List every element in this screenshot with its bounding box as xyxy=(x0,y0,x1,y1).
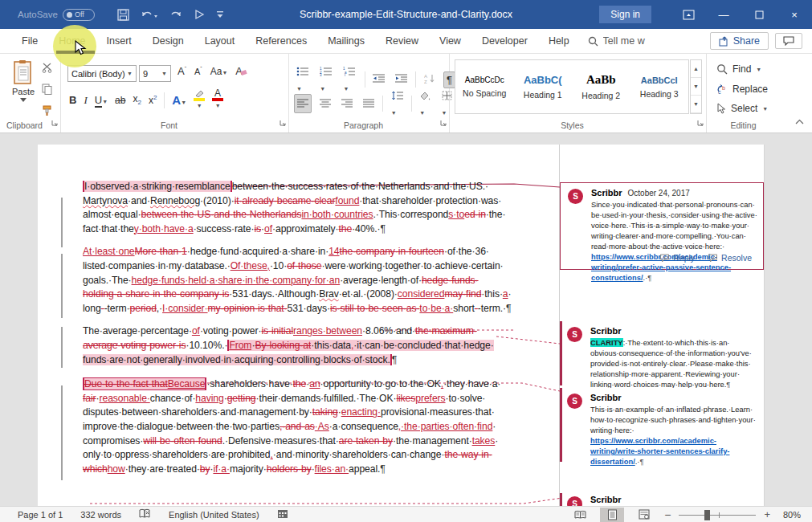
avatar: S xyxy=(567,496,582,506)
paste-button[interactable]: Paste xyxy=(6,59,40,117)
share-button[interactable]: Share xyxy=(710,32,769,50)
resolve-button[interactable]: Resolve xyxy=(708,253,752,263)
font-dialog-launcher[interactable] xyxy=(280,115,286,129)
comments-button[interactable] xyxy=(775,33,802,49)
bold-button[interactable]: B xyxy=(69,94,76,106)
tell-me-box[interactable]: Tell me w xyxy=(588,35,650,47)
font-name-combo[interactable]: Calibri (Body)▼ xyxy=(67,65,137,82)
collapse-ribbon-button[interactable] xyxy=(795,113,804,128)
tab-developer[interactable]: Developer xyxy=(471,29,538,54)
underline-button[interactable]: U▼ xyxy=(95,94,108,106)
grow-font-button[interactable]: Aˆ xyxy=(177,65,186,77)
maximize-button[interactable] xyxy=(741,0,777,29)
superscript-button[interactable]: x2 xyxy=(149,94,157,106)
macro-record-icon[interactable] xyxy=(277,509,288,520)
comment-card-2[interactable]: S Scribbr CLARITY:·​The·​extent·​to·​whi… xyxy=(560,321,764,385)
styles-dialog-launcher[interactable] xyxy=(697,115,704,129)
tab-insert[interactable]: Insert xyxy=(96,29,142,54)
clear-formatting-button[interactable]: A xyxy=(235,65,247,77)
text-run: ·​the·​management·​ xyxy=(393,435,472,447)
language-indicator[interactable]: English (United States) xyxy=(169,510,259,520)
comment-card-1[interactable]: S ScribbrOctober 24, 2017 Since·​you·​in… xyxy=(560,182,764,270)
undo-button[interactable] xyxy=(141,9,158,20)
sign-in-button[interactable]: Sign in xyxy=(599,6,651,23)
tab-help[interactable]: Help xyxy=(538,29,580,54)
document-text[interactable]: I·​observed·​a·​striking·​resemblancebet… xyxy=(83,180,512,485)
text-highlight-button[interactable]: ▼ xyxy=(194,89,205,111)
align-left-button[interactable] xyxy=(294,94,312,113)
cut-button[interactable] xyxy=(42,62,54,76)
word-count[interactable]: 332 words xyxy=(80,510,121,520)
tab-file[interactable]: File xyxy=(11,29,48,54)
zoom-level[interactable]: 80% xyxy=(783,510,801,520)
zoom-out-button[interactable]: − xyxy=(664,508,671,521)
replace-button[interactable]: bc Replace xyxy=(716,84,768,95)
change-case-button[interactable]: Aa▼ xyxy=(210,66,228,77)
replace-label: Replace xyxy=(732,84,768,95)
minimize-button[interactable]: — xyxy=(706,0,741,29)
line-spacing-button[interactable]: ▼ xyxy=(389,88,406,120)
text-run: 531·​days·​ xyxy=(288,303,330,314)
increase-indent-button[interactable] xyxy=(393,71,410,88)
subscript-button[interactable]: x2 xyxy=(133,93,141,106)
text-effects-button[interactable]: A▼ xyxy=(172,93,186,107)
decrease-indent-button[interactable] xyxy=(370,71,387,88)
tab-view[interactable]: View xyxy=(429,29,471,54)
comment-author: Scribbr xyxy=(590,495,622,504)
comment-card-4[interactable]: S Scribbr CLARITY xyxy=(560,493,764,506)
page-indicator[interactable]: Page 1 of 1 xyxy=(18,510,63,520)
paragraph-3: The·​average·​percentage·​of·​voting·​po… xyxy=(83,324,512,367)
zoom-slider[interactable] xyxy=(679,508,756,522)
qat-play-button[interactable] xyxy=(194,9,205,20)
font-color-button[interactable]: A▼ xyxy=(212,90,223,111)
tab-mailings[interactable]: Mailings xyxy=(317,29,375,54)
web-layout-button[interactable] xyxy=(632,508,656,522)
tab-home[interactable]: Home xyxy=(48,29,96,54)
close-button[interactable]: × xyxy=(777,0,812,29)
comment-card-3[interactable]: S Scribbr This·​is·​an·​example·​of·​an·… xyxy=(560,388,764,462)
zoom-in-button[interactable]: + xyxy=(764,508,770,520)
save-button[interactable] xyxy=(117,9,129,21)
reply-button[interactable]: Reply xyxy=(659,253,695,263)
customize-qat-button[interactable] xyxy=(216,10,224,19)
ribbon-display-options-button[interactable] xyxy=(671,0,706,29)
shading-button[interactable]: ▼ xyxy=(417,88,433,120)
inserted-text: a xyxy=(503,288,508,300)
comment-link[interactable]: https://www.scribbr.com/academic-writing… xyxy=(590,436,729,466)
style-heading-2[interactable]: AaBbHeading 2 xyxy=(572,60,630,113)
zoom-slider-thumb[interactable] xyxy=(704,510,710,520)
autosave-pill[interactable]: Off xyxy=(63,9,95,21)
find-button[interactable]: Find▼ xyxy=(716,63,761,75)
tab-layout[interactable]: Layout xyxy=(194,29,246,54)
proofing-status-icon[interactable] xyxy=(139,508,151,520)
chevron-down-icon xyxy=(20,98,27,102)
paragraph-dialog-launcher[interactable] xyxy=(440,115,447,129)
align-center-button[interactable] xyxy=(317,95,333,112)
style-heading-1[interactable]: AaBbC(Heading 1 xyxy=(514,60,573,113)
redo-button[interactable] xyxy=(169,9,182,20)
select-button[interactable]: Select▼ xyxy=(716,103,768,114)
align-right-button[interactable] xyxy=(339,95,355,112)
read-mode-button[interactable] xyxy=(568,508,592,522)
sort-button[interactable]: AZ xyxy=(422,71,438,88)
clipboard-dialog-launcher[interactable] xyxy=(51,115,58,129)
print-layout-button[interactable] xyxy=(600,508,624,522)
inserted-text: ranges·​between xyxy=(293,325,362,336)
text-run: ·​40%.·​ xyxy=(352,223,380,234)
italic-button[interactable]: I xyxy=(84,94,87,107)
shrink-font-button[interactable]: Aˇ xyxy=(194,66,202,76)
font-size-combo[interactable]: 9▼ xyxy=(139,65,171,82)
style-no-spacing[interactable]: AaBbCcDcNo Spacing xyxy=(455,60,514,113)
deleted-text: ,·​and·​as xyxy=(280,421,315,432)
justify-button[interactable] xyxy=(361,95,377,112)
styles-more-button[interactable]: ▼ xyxy=(691,96,701,113)
styles-scroll-down-button[interactable]: ▼ xyxy=(691,78,701,96)
styles-scroll-up-button[interactable]: ▲ xyxy=(691,60,701,78)
copy-button[interactable] xyxy=(42,84,54,98)
tab-references[interactable]: References xyxy=(245,29,317,54)
style-heading-3[interactable]: AaBbCcIHeading 3 xyxy=(630,60,689,113)
tab-design[interactable]: Design xyxy=(142,29,194,54)
autosave-toggle[interactable]: AutoSave Off xyxy=(18,9,95,21)
strikethrough-button[interactable]: ab xyxy=(115,95,125,106)
tab-review[interactable]: Review xyxy=(375,29,429,54)
